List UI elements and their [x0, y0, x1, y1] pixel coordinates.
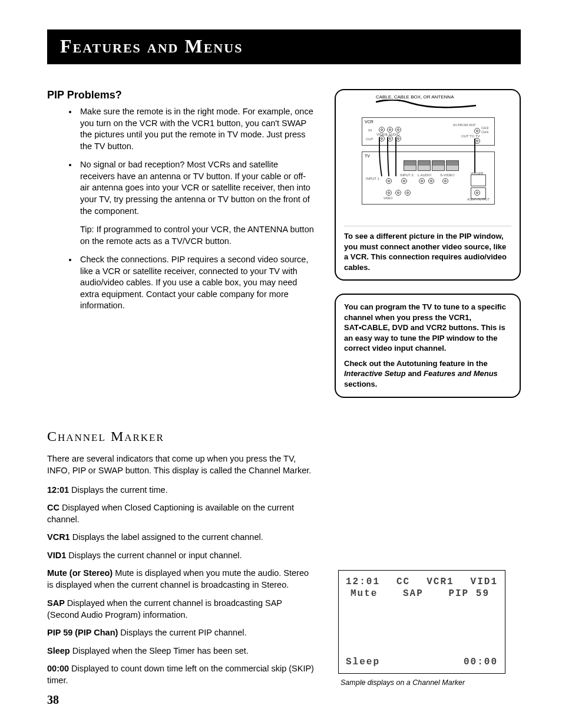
- left-column: PIP Problems? Make sure the remote is in…: [47, 89, 315, 692]
- pip-b3-p1: Check the connections. PIP requires a se…: [80, 254, 315, 312]
- def-mute: Mute (or Stereo) Mute is displayed when …: [47, 567, 315, 591]
- term-pip59: PIP 59 (PIP Chan): [47, 628, 118, 637]
- channel-heading: Channel Marker: [47, 429, 315, 444]
- diagram-ch3-label: CH3: [481, 126, 488, 130]
- def-vcr1: VCR1 Displays the label assigned to the …: [47, 531, 315, 543]
- diagram-infromant-label: IN FROM ANT: [453, 123, 476, 127]
- pip-bullet-3: Check the connections. PIP requires a se…: [78, 254, 315, 312]
- marker-countdown: 00:00: [464, 657, 498, 667]
- pip-b1-p1: Make sure the remote is in the right mod…: [80, 106, 315, 152]
- diagram-ch4-label: CH4: [481, 130, 488, 134]
- callout2-p2e: sections.: [344, 380, 377, 388]
- page-number: 38: [47, 693, 59, 707]
- right-column: CABLE, CABLE BOX, OR ANTENNA VCR IN OUT: [335, 89, 521, 692]
- term-sleep: Sleep: [47, 646, 70, 655]
- callout2-p2: Check out the Autotuning feature in the …: [344, 358, 511, 390]
- marker-time: 12:01: [346, 577, 380, 587]
- diagram-out-label: OUT: [366, 137, 373, 141]
- pip-bullet-1: Make sure the remote is in the right mod…: [78, 106, 315, 152]
- callout-diagram: CABLE, CABLE BOX, OR ANTENNA VCR IN OUT: [335, 89, 521, 281]
- desc-sap: Displayed when the current channel is br…: [47, 598, 282, 620]
- term-cc: CC: [47, 503, 59, 512]
- term-sap: SAP: [47, 598, 65, 608]
- callout-autotune: You can program the TV to tune to a spec…: [335, 294, 521, 397]
- def-cc: CC Displayed when Closed Captioning is a…: [47, 502, 315, 526]
- pip-bullet-2: No signal or bad reception? Most VCRs an…: [78, 159, 315, 247]
- diagram-vcr-label: VCR: [365, 120, 373, 124]
- term-1201: 12:01: [47, 485, 69, 495]
- pip-bullet-list: Make sure the remote is in the right mod…: [47, 106, 315, 312]
- marker-pip59: PIP 59: [448, 588, 490, 599]
- pip-b2-p2: Tip: If programmed to control your VCR, …: [80, 224, 315, 247]
- channel-marker-display: 12:01 CC VCR1 VID1 Mute SAP PIP 59 Sleep…: [338, 570, 505, 674]
- marker-vcr1: VCR1: [427, 577, 454, 587]
- diagram-audioout-label: AUDIO OUTPUT: [467, 198, 490, 201]
- diagram-audiol-label: L AUDIO: [386, 133, 399, 136]
- desc-vid1: Displays the current channel or input ch…: [66, 551, 242, 560]
- callout2-p2d: Features and Menus: [424, 369, 498, 378]
- channel-intro: There are several indicators that come u…: [47, 453, 315, 477]
- diagram-in-label: IN: [368, 129, 372, 132]
- marker-sleep: Sleep: [346, 657, 380, 667]
- def-sleep: Sleep Displayed when the Sleep Timer has…: [47, 645, 315, 657]
- page-header: Features and Menus: [47, 29, 521, 64]
- callout2-p2a: Check out the Autotuning feature in the: [344, 359, 488, 368]
- desc-pip59: Displays the current PIP channel.: [118, 628, 246, 637]
- term-vid1: VID1: [47, 551, 66, 560]
- callout2-p1: You can program the TV to tune to a spec…: [344, 302, 511, 354]
- def-vid1: VID1 Displays the current channel or inp…: [47, 549, 315, 561]
- desc-vcr1: Displays the label assigned to the curre…: [70, 532, 263, 542]
- def-1201: 12:01 Displays the current time.: [47, 484, 315, 496]
- header-text: Features and Menus: [60, 35, 243, 57]
- diagram-video2-label: VIDEO: [384, 197, 393, 200]
- pip-b2-p1: No signal or bad reception? Most VCRs an…: [80, 159, 315, 217]
- callout2-p2b: Interactive Setup: [344, 369, 406, 378]
- desc-1201: Displays the current time.: [69, 485, 168, 495]
- marker-mute: Mute: [351, 588, 378, 599]
- marker-sap: SAP: [403, 588, 424, 599]
- desc-sleep: Displayed when the Sleep Timer has been …: [70, 646, 249, 655]
- marker-caption: Sample displays on a Channel Marker: [340, 678, 521, 687]
- diagram-tv-label: TV: [365, 154, 370, 158]
- desc-0000: Displayed to count down time left on the…: [47, 664, 314, 685]
- marker-cc: CC: [396, 577, 410, 587]
- desc-cc: Displayed when Closed Captioning is avai…: [47, 503, 294, 524]
- def-0000: 00:00 Displayed to count down time left …: [47, 663, 315, 687]
- term-mute: Mute (or Stereo): [47, 568, 113, 578]
- term-0000: 00:00: [47, 664, 69, 673]
- connection-diagram: CABLE, CABLE BOX, OR ANTENNA VCR IN OUT: [344, 90, 511, 226]
- diagram-wires: [376, 137, 494, 185]
- cable-line: [376, 100, 482, 117]
- diagram-source-label: CABLE, CABLE BOX, OR ANTENNA: [376, 95, 454, 100]
- def-sap: SAP Displayed when the current channel i…: [47, 597, 315, 621]
- callout1-text: To see a different picture in the PIP wi…: [344, 231, 511, 272]
- pip-heading: PIP Problems?: [47, 89, 315, 101]
- marker-vid1: VID1: [471, 577, 498, 587]
- term-vcr1: VCR1: [47, 532, 70, 542]
- callout2-p2c: and: [406, 369, 424, 378]
- def-pip59: PIP 59 (PIP Chan) Displays the current P…: [47, 627, 315, 638]
